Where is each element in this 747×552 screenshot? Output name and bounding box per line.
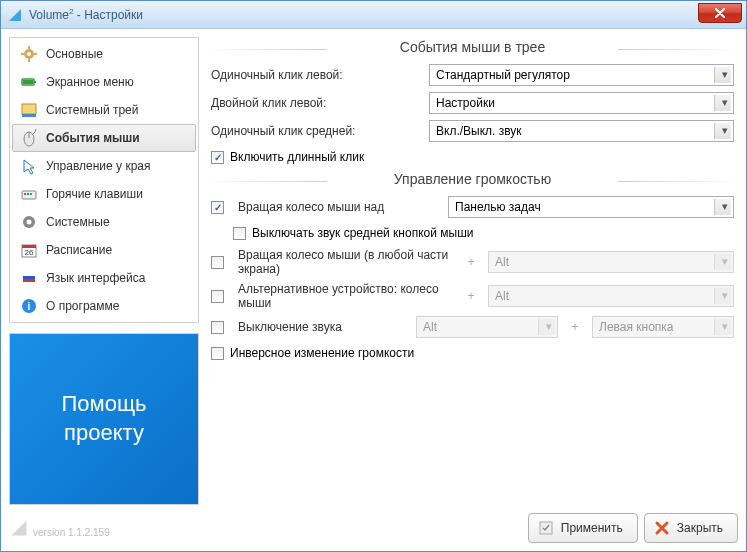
svg-marker-14 xyxy=(24,160,34,174)
single-middle-select[interactable]: Вкл./Выкл. звук xyxy=(429,120,734,142)
gear-icon xyxy=(20,45,38,63)
flag-icon xyxy=(20,269,38,287)
svg-rect-6 xyxy=(34,53,37,55)
inverse-checkbox[interactable] xyxy=(211,347,224,360)
alt-device-checkbox[interactable] xyxy=(211,290,224,303)
double-left-label: Двойной клик левой: xyxy=(211,96,421,110)
mute-toggle-checkbox[interactable] xyxy=(211,321,224,334)
cog-icon xyxy=(20,213,38,231)
calendar-icon: 26 xyxy=(20,241,38,259)
svg-text:i: i xyxy=(28,301,31,312)
sidebar-item-general[interactable]: Основные xyxy=(12,40,196,68)
svg-rect-16 xyxy=(24,193,26,195)
sidebar-item-schedule[interactable]: 26 Расписание xyxy=(12,236,196,264)
svg-marker-29 xyxy=(12,521,27,536)
wheel-anywhere-checkbox[interactable] xyxy=(211,256,224,269)
section-volume-title: Управление громкостью xyxy=(207,169,738,193)
mute-toggle-label: Выключение звука xyxy=(238,320,408,334)
single-left-label: Одиночный клик левой: xyxy=(211,68,421,82)
svg-rect-24 xyxy=(23,273,35,276)
mute-toggle-mod1: Alt xyxy=(416,316,558,338)
sidebar-item-about[interactable]: i О программе xyxy=(12,292,196,320)
nav-label: Системные xyxy=(46,215,110,229)
nav-label: О программе xyxy=(46,299,119,313)
single-left-select[interactable]: Стандартный регулятор xyxy=(429,64,734,86)
svg-rect-9 xyxy=(34,81,36,83)
nav-label: Основные xyxy=(46,47,103,61)
content-pane: События мыши в трее Одиночный клик левой… xyxy=(207,37,738,505)
svg-rect-10 xyxy=(22,104,36,114)
nav-label: Расписание xyxy=(46,243,112,257)
long-click-checkbox[interactable] xyxy=(211,151,224,164)
svg-rect-25 xyxy=(23,276,35,279)
info-icon: i xyxy=(20,297,38,315)
alt-device-mod: Alt xyxy=(488,285,734,307)
apply-icon xyxy=(537,519,555,537)
nav-list: Основные Экранное меню Системный трей Со… xyxy=(9,37,199,323)
nav-label: Экранное меню xyxy=(46,75,134,89)
sidebar-item-tray[interactable]: Системный трей xyxy=(12,96,196,124)
nav-label: Язык интерфейса xyxy=(46,271,145,285)
sidebar-item-mouse-events[interactable]: События мыши xyxy=(12,124,196,152)
inverse-label: Инверсное изменение громкости xyxy=(230,346,414,360)
wheel-anywhere-mod: Alt xyxy=(488,251,734,273)
svg-rect-8 xyxy=(23,80,33,84)
sidebar-item-osd[interactable]: Экранное меню xyxy=(12,68,196,96)
svg-rect-11 xyxy=(22,114,36,117)
svg-text:26: 26 xyxy=(25,248,34,257)
svg-rect-26 xyxy=(23,279,35,282)
wheel-over-select[interactable]: Панелью задач xyxy=(448,196,734,218)
svg-rect-4 xyxy=(28,59,30,62)
sidebar-item-hotkeys[interactable]: Горячие клавиши xyxy=(12,180,196,208)
apply-button[interactable]: Применить xyxy=(528,513,638,543)
alt-device-label: Альтернативное устройство: колесо мыши xyxy=(238,282,454,310)
sidebar: Основные Экранное меню Системный трей Со… xyxy=(9,37,199,505)
wheel-over-label: Вращая колесо мыши над xyxy=(238,200,440,214)
double-left-select[interactable]: Настройки xyxy=(429,92,734,114)
wheel-anywhere-label: Вращая колесо мыши (в любой части экрана… xyxy=(238,248,454,276)
settings-window: Volume2 - Настройки Основные Экранное ме… xyxy=(0,0,747,552)
keyboard-icon xyxy=(20,185,38,203)
nav-label: Горячие клавиши xyxy=(46,187,143,201)
sidebar-item-system[interactable]: Системные xyxy=(12,208,196,236)
plus-icon: + xyxy=(566,320,584,334)
mute-middle-checkbox[interactable] xyxy=(233,227,246,240)
single-middle-label: Одиночный клик средней: xyxy=(211,124,421,138)
close-button[interactable]: Закрыть xyxy=(644,513,738,543)
svg-rect-3 xyxy=(28,46,30,49)
mute-middle-label: Выключать звук средней кнопкой мыши xyxy=(252,226,473,240)
tray-icon xyxy=(20,101,38,119)
app-icon xyxy=(7,7,23,23)
nav-label: Системный трей xyxy=(46,103,139,117)
svg-rect-17 xyxy=(27,193,29,195)
svg-point-2 xyxy=(27,52,31,56)
svg-point-20 xyxy=(27,220,32,225)
titlebar[interactable]: Volume2 - Настройки xyxy=(1,1,746,29)
nav-label: События мыши xyxy=(46,131,140,145)
sidebar-item-language[interactable]: Язык интерфейса xyxy=(12,264,196,292)
mouse-icon xyxy=(20,129,38,147)
footer: version 1.1.2.159 Применить Закрыть xyxy=(9,505,738,543)
nav-label: Управление у края xyxy=(46,159,150,173)
svg-rect-18 xyxy=(30,193,32,195)
plus-icon: + xyxy=(462,289,480,303)
wheel-over-checkbox[interactable] xyxy=(211,201,224,214)
window-close-button[interactable] xyxy=(698,3,742,23)
mute-toggle-mod2: Левая кнопка xyxy=(592,316,734,338)
close-icon xyxy=(653,519,671,537)
window-body: Основные Экранное меню Системный трей Со… xyxy=(1,29,746,551)
window-title: Volume2 - Настройки xyxy=(29,7,143,22)
plus-icon: + xyxy=(462,255,480,269)
long-click-label: Включить длинный клик xyxy=(230,150,364,164)
svg-marker-0 xyxy=(9,9,21,21)
section-tray-events-title: События мыши в трее xyxy=(207,37,738,61)
svg-rect-5 xyxy=(21,53,24,55)
app-icon-small xyxy=(9,518,29,538)
help-project-banner[interactable]: Помощь проекту xyxy=(9,333,199,505)
cursor-icon xyxy=(20,157,38,175)
version-area: version 1.1.2.159 xyxy=(9,518,110,538)
sidebar-item-edge[interactable]: Управление у края xyxy=(12,152,196,180)
battery-icon xyxy=(20,73,38,91)
